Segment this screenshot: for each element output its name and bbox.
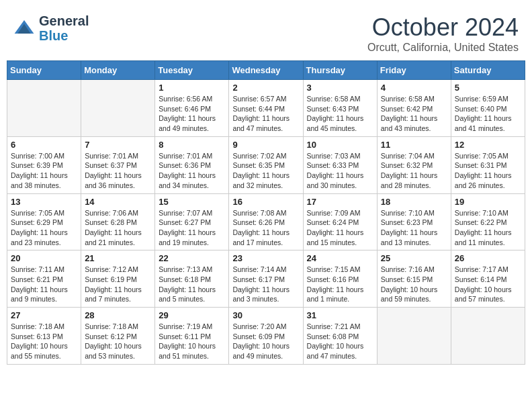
calendar-week-row: 1Sunrise: 6:56 AMSunset: 6:46 PMDaylight…: [7, 80, 525, 137]
logo-text: General Blue: [39, 13, 89, 43]
sunrise-text: Sunrise: 7:19 AM: [159, 322, 212, 330]
daylight-text: Daylight: 10 hours and 53 minutes.: [85, 342, 142, 360]
sunrise-text: Sunrise: 7:02 AM: [232, 152, 286, 160]
day-number: 21: [85, 253, 151, 263]
weekday-header-wednesday: Wednesday: [229, 61, 303, 80]
sunset-text: Sunset: 6:21 PM: [11, 275, 63, 283]
day-info: Sunrise: 7:03 AMSunset: 6:33 PMDaylight:…: [307, 151, 373, 191]
daylight-text: Daylight: 10 hours and 59 minutes.: [381, 285, 438, 304]
sunrise-text: Sunrise: 7:13 AM: [159, 265, 212, 273]
day-info: Sunrise: 7:09 AMSunset: 6:24 PMDaylight:…: [307, 208, 373, 248]
day-info: Sunrise: 7:00 AMSunset: 6:39 PMDaylight:…: [11, 151, 77, 191]
daylight-text: Daylight: 11 hours and 41 minutes.: [455, 114, 512, 132]
daylight-text: Daylight: 11 hours and 17 minutes.: [232, 228, 290, 246]
logo-blue: Blue: [39, 28, 68, 43]
calendar-day-cell: 18Sunrise: 7:10 AMSunset: 6:23 PMDayligh…: [377, 193, 451, 250]
day-info: Sunrise: 7:02 AMSunset: 6:35 PMDaylight:…: [232, 151, 299, 191]
sunrise-text: Sunrise: 7:03 AM: [307, 152, 361, 160]
sunset-text: Sunset: 6:39 PM: [11, 161, 63, 169]
sunset-text: Sunset: 6:16 PM: [307, 275, 359, 283]
day-info: Sunrise: 7:05 AMSunset: 6:29 PMDaylight:…: [11, 208, 77, 248]
day-info: Sunrise: 6:59 AMSunset: 6:40 PMDaylight:…: [455, 94, 521, 134]
calendar-day-cell: 29Sunrise: 7:19 AMSunset: 6:11 PMDayligh…: [155, 308, 229, 365]
logo: General Blue: [13, 13, 89, 43]
day-number: 8: [159, 140, 225, 150]
day-info: Sunrise: 7:20 AMSunset: 6:09 PMDaylight:…: [232, 322, 299, 361]
calendar-day-cell: 2Sunrise: 6:57 AMSunset: 6:44 PMDaylight…: [229, 80, 303, 137]
calendar-week-row: 20Sunrise: 7:11 AMSunset: 6:21 PMDayligh…: [7, 250, 525, 308]
sunset-text: Sunset: 6:27 PM: [159, 218, 211, 226]
daylight-text: Daylight: 11 hours and 32 minutes.: [232, 171, 290, 189]
day-number: 5: [455, 83, 521, 93]
day-number: 31: [307, 310, 373, 320]
sunset-text: Sunset: 6:44 PM: [232, 105, 285, 113]
sunrise-text: Sunrise: 7:10 AM: [381, 209, 435, 217]
day-info: Sunrise: 7:04 AMSunset: 6:32 PMDaylight:…: [381, 151, 447, 191]
sunrise-text: Sunrise: 7:00 AM: [11, 152, 64, 160]
month-title: October 2024: [367, 13, 519, 42]
calendar-day-cell: 6Sunrise: 7:00 AMSunset: 6:39 PMDaylight…: [7, 136, 81, 193]
day-info: Sunrise: 7:12 AMSunset: 6:19 PMDaylight:…: [85, 265, 151, 304]
calendar-day-cell: 5Sunrise: 6:59 AMSunset: 6:40 PMDaylight…: [451, 80, 525, 137]
daylight-text: Daylight: 11 hours and 49 minutes.: [159, 114, 216, 132]
calendar-day-cell: 12Sunrise: 7:05 AMSunset: 6:31 PMDayligh…: [451, 136, 525, 193]
day-info: Sunrise: 7:19 AMSunset: 6:11 PMDaylight:…: [159, 322, 225, 361]
day-info: Sunrise: 7:13 AMSunset: 6:18 PMDaylight:…: [159, 265, 225, 304]
sunset-text: Sunset: 6:23 PM: [381, 218, 433, 226]
calendar-day-cell: 26Sunrise: 7:17 AMSunset: 6:14 PMDayligh…: [451, 250, 525, 308]
daylight-text: Daylight: 11 hours and 9 minutes.: [11, 285, 68, 304]
daylight-text: Daylight: 11 hours and 43 minutes.: [381, 114, 438, 132]
sunset-text: Sunset: 6:29 PM: [11, 218, 63, 226]
weekday-header-saturday: Saturday: [451, 61, 525, 80]
location-title: Orcutt, California, United States: [367, 42, 519, 54]
sunrise-text: Sunrise: 7:17 AM: [455, 265, 508, 273]
day-info: Sunrise: 6:56 AMSunset: 6:46 PMDaylight:…: [159, 94, 225, 134]
sunset-text: Sunset: 6:14 PM: [455, 275, 507, 283]
calendar-day-cell: 13Sunrise: 7:05 AMSunset: 6:29 PMDayligh…: [7, 193, 81, 250]
day-info: Sunrise: 7:10 AMSunset: 6:22 PMDaylight:…: [455, 208, 521, 248]
day-info: Sunrise: 7:06 AMSunset: 6:28 PMDaylight:…: [85, 208, 151, 248]
day-info: Sunrise: 7:01 AMSunset: 6:36 PMDaylight:…: [159, 151, 225, 191]
sunrise-text: Sunrise: 7:18 AM: [85, 322, 138, 330]
daylight-text: Daylight: 11 hours and 36 minutes.: [85, 171, 142, 189]
calendar-day-cell: [7, 80, 81, 137]
sunrise-text: Sunrise: 7:01 AM: [85, 152, 138, 160]
day-number: 20: [11, 253, 77, 263]
calendar-week-row: 6Sunrise: 7:00 AMSunset: 6:39 PMDaylight…: [7, 136, 525, 193]
daylight-text: Daylight: 11 hours and 45 minutes.: [307, 114, 364, 132]
daylight-text: Daylight: 11 hours and 7 minutes.: [85, 285, 142, 304]
day-info: Sunrise: 7:10 AMSunset: 6:23 PMDaylight:…: [381, 208, 447, 248]
calendar-day-cell: 24Sunrise: 7:15 AMSunset: 6:16 PMDayligh…: [303, 250, 377, 308]
day-number: 13: [11, 197, 77, 207]
day-number: 26: [455, 253, 521, 263]
daylight-text: Daylight: 11 hours and 34 minutes.: [159, 171, 216, 189]
daylight-text: Daylight: 11 hours and 19 minutes.: [159, 228, 216, 246]
calendar-day-cell: [81, 80, 155, 137]
day-number: 16: [232, 197, 299, 207]
sunset-text: Sunset: 6:40 PM: [455, 105, 507, 113]
calendar-day-cell: 31Sunrise: 7:21 AMSunset: 6:08 PMDayligh…: [303, 308, 377, 365]
calendar-day-cell: 8Sunrise: 7:01 AMSunset: 6:36 PMDaylight…: [155, 136, 229, 193]
calendar-day-cell: 9Sunrise: 7:02 AMSunset: 6:35 PMDaylight…: [229, 136, 303, 193]
sunset-text: Sunset: 6:33 PM: [307, 161, 359, 169]
day-number: 17: [307, 197, 373, 207]
daylight-text: Daylight: 11 hours and 3 minutes.: [232, 285, 290, 304]
daylight-text: Daylight: 10 hours and 49 minutes.: [232, 342, 290, 360]
weekday-header-sunday: Sunday: [7, 61, 81, 80]
sunrise-text: Sunrise: 7:18 AM: [11, 322, 64, 330]
calendar-day-cell: 20Sunrise: 7:11 AMSunset: 6:21 PMDayligh…: [7, 250, 81, 308]
day-info: Sunrise: 7:15 AMSunset: 6:16 PMDaylight:…: [307, 265, 373, 304]
sunrise-text: Sunrise: 7:21 AM: [307, 322, 361, 330]
day-number: 3: [307, 83, 373, 93]
day-number: 1: [159, 83, 225, 93]
day-info: Sunrise: 7:08 AMSunset: 6:26 PMDaylight:…: [232, 208, 299, 248]
sunrise-text: Sunrise: 7:08 AM: [232, 209, 286, 217]
daylight-text: Daylight: 11 hours and 28 minutes.: [381, 171, 438, 189]
sunrise-text: Sunrise: 6:57 AM: [232, 95, 286, 103]
day-info: Sunrise: 6:58 AMSunset: 6:43 PMDaylight:…: [307, 94, 373, 134]
logo-general: General: [39, 13, 89, 28]
day-info: Sunrise: 6:58 AMSunset: 6:42 PMDaylight:…: [381, 94, 447, 134]
sunset-text: Sunset: 6:36 PM: [159, 161, 211, 169]
sunset-text: Sunset: 6:13 PM: [11, 332, 63, 340]
sunrise-text: Sunrise: 7:15 AM: [307, 265, 361, 273]
